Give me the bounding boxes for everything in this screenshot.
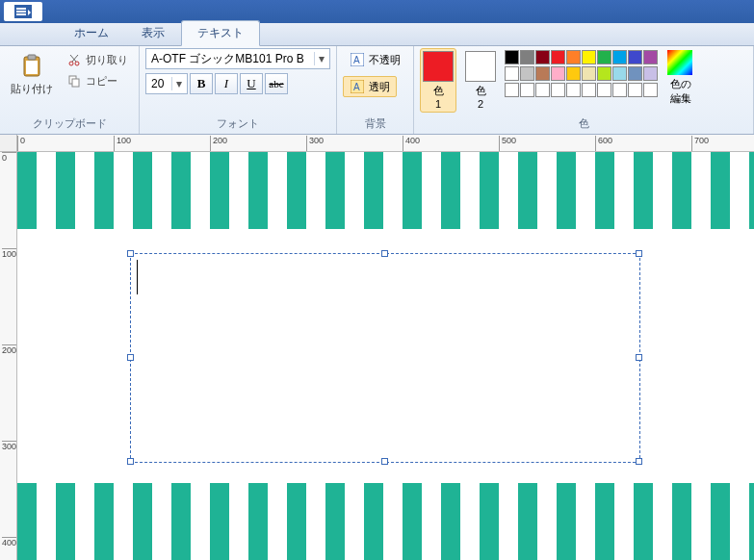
transparent-label: 透明 — [369, 80, 390, 94]
vertical-ruler[interactable]: 0100200300400 — [0, 152, 17, 560]
palette-color[interactable] — [566, 66, 581, 81]
resize-handle[interactable] — [127, 458, 134, 465]
copy-button[interactable]: コピー — [62, 71, 133, 90]
horizontal-ruler[interactable]: 0100200300400500600700 — [17, 135, 754, 152]
group-clipboard: 貼り付け 切り取り コピー クリップボード — [0, 46, 140, 134]
clipboard-icon — [16, 51, 47, 82]
stripes-top — [17, 152, 754, 229]
resize-handle[interactable] — [636, 458, 642, 465]
svg-point-8 — [75, 62, 79, 65]
font-size-value: 20 — [151, 77, 168, 90]
bold-button[interactable]: B — [190, 73, 213, 94]
group-font: A-OTF ゴシックMB101 Pro B ▾ 20 ▾ B I U abc フ… — [140, 46, 337, 134]
color1-label: 色 1 — [433, 84, 444, 110]
tab-text[interactable]: テキスト — [181, 20, 260, 46]
color-palette — [505, 48, 658, 97]
palette-color[interactable] — [643, 66, 658, 81]
resize-handle[interactable] — [381, 458, 388, 465]
font-name-combo[interactable]: A-OTF ゴシックMB101 Pro B ▾ — [145, 48, 330, 69]
resize-handle[interactable] — [636, 354, 642, 361]
palette-color[interactable] — [582, 66, 596, 81]
svg-text:A: A — [353, 55, 360, 65]
resize-handle[interactable] — [381, 250, 388, 257]
palette-color[interactable] — [535, 66, 550, 81]
edit-colors-button[interactable]: 色の 編集 — [663, 48, 698, 108]
cut-label: 切り取り — [86, 53, 128, 67]
palette-color[interactable] — [582, 83, 596, 97]
tab-view[interactable]: 表示 — [125, 20, 181, 45]
palette-color[interactable] — [520, 66, 534, 81]
palette-color[interactable] — [505, 50, 519, 64]
color1-button[interactable]: 色 1 — [420, 48, 456, 113]
paste-label: 貼り付け — [11, 82, 53, 96]
color2-button[interactable]: 色 2 — [462, 48, 499, 113]
palette-color[interactable] — [566, 50, 581, 64]
ruler-corner — [0, 135, 17, 152]
palette-color[interactable] — [612, 83, 627, 97]
palette-color[interactable] — [535, 83, 550, 97]
transparent-icon: A — [350, 79, 365, 94]
palette-color[interactable] — [505, 66, 519, 81]
palette-color[interactable] — [520, 83, 534, 97]
stripes-bottom — [17, 483, 754, 560]
palette-color[interactable] — [551, 50, 565, 64]
opaque-icon: A — [350, 52, 365, 67]
group-background-label: 背景 — [343, 115, 407, 134]
group-font-label: フォント — [145, 115, 330, 134]
ribbon-tabstrip: ホーム 表示 テキスト — [0, 23, 754, 46]
transparent-button[interactable]: A 透明 — [343, 76, 397, 97]
paste-button[interactable]: 貼り付け — [6, 48, 58, 99]
palette-color[interactable] — [597, 66, 611, 81]
palette-color[interactable] — [566, 83, 581, 97]
app-menu-button[interactable] — [4, 2, 42, 21]
resize-handle[interactable] — [636, 250, 642, 257]
svg-rect-3 — [16, 13, 26, 15]
palette-color[interactable] — [520, 50, 534, 64]
italic-button[interactable]: I — [215, 73, 238, 94]
edit-colors-label: 色の 編集 — [670, 77, 691, 106]
svg-rect-15 — [667, 50, 692, 75]
resize-handle[interactable] — [127, 250, 134, 257]
font-size-combo[interactable]: 20 ▾ — [145, 73, 188, 94]
palette-color[interactable] — [628, 50, 642, 64]
palette-color[interactable] — [628, 66, 642, 81]
group-color: 色 1 色 2 色の 編集 色 — [414, 46, 754, 134]
resize-handle[interactable] — [127, 354, 134, 361]
text-cursor — [137, 260, 138, 294]
palette-color[interactable] — [505, 83, 519, 97]
palette-color[interactable] — [582, 50, 596, 64]
opaque-button[interactable]: A 不透明 — [343, 49, 407, 70]
svg-text:A: A — [353, 82, 360, 92]
palette-color[interactable] — [551, 66, 565, 81]
strikethrough-button[interactable]: abc — [265, 73, 288, 94]
palette-color[interactable] — [643, 50, 658, 64]
cut-button[interactable]: 切り取り — [62, 50, 133, 69]
font-name-value: A-OTF ゴシックMB101 Pro B — [151, 51, 310, 67]
group-background: A 不透明 A 透明 背景 — [337, 46, 414, 134]
text-selection-box[interactable] — [130, 253, 640, 463]
tab-home[interactable]: ホーム — [58, 20, 125, 45]
svg-rect-6 — [26, 61, 38, 74]
svg-rect-5 — [28, 55, 36, 60]
copy-label: コピー — [86, 74, 117, 89]
palette-color[interactable] — [597, 83, 611, 97]
palette-color[interactable] — [535, 50, 550, 64]
underline-button[interactable]: U — [240, 73, 263, 94]
color1-swatch — [423, 51, 454, 82]
opaque-label: 不透明 — [369, 53, 401, 67]
chevron-down-icon: ▾ — [171, 77, 185, 90]
canvas[interactable] — [17, 152, 754, 560]
workspace: 0100200300400500600700 0100200300400 — [0, 135, 754, 560]
svg-rect-1 — [16, 8, 26, 10]
palette-color[interactable] — [597, 50, 611, 64]
palette-color[interactable] — [628, 83, 642, 97]
color2-swatch — [465, 51, 496, 82]
palette-color[interactable] — [551, 83, 565, 97]
svg-rect-10 — [72, 79, 79, 87]
palette-color[interactable] — [643, 83, 658, 97]
rainbow-icon — [667, 50, 694, 77]
palette-color[interactable] — [612, 50, 627, 64]
palette-color[interactable] — [612, 66, 627, 81]
chevron-down-icon: ▾ — [314, 52, 327, 65]
svg-point-7 — [69, 62, 73, 65]
